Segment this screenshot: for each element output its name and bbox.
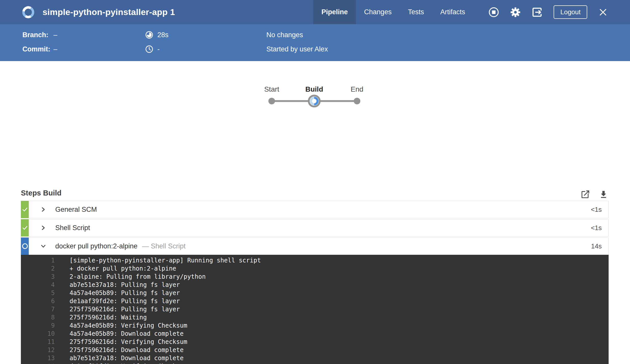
duration-info: 28s [145, 30, 169, 39]
console-line-number[interactable]: 14 [21, 362, 55, 364]
console-log: 1[simple-python-pyinstaller-app] Running… [21, 255, 609, 364]
console-line-number[interactable]: 5 [21, 289, 55, 297]
step-duration: <1s [591, 224, 608, 232]
commit-value: – [53, 45, 57, 53]
console-line-text: + docker pull python:2-alpine [70, 264, 176, 273]
console-line: 11275f7596216d: Verifying Checksum [21, 338, 609, 346]
console-line: 6de1aaf39fd2e: Pulling fs layer [21, 297, 609, 305]
graph-node-build-running[interactable] [309, 96, 320, 107]
run-details-bar: Branch: – Commit: – 28s - No changes Sta… [0, 24, 630, 61]
console-line: 4ab7e51e37a18: Pulling fs layer [21, 281, 609, 289]
running-spinner-icon [21, 242, 29, 250]
top-header: simple-python-pyinstaller-app 1 Pipeline… [0, 0, 630, 24]
tab-pipeline[interactable]: Pipeline [313, 0, 356, 24]
step-expand-toggle[interactable] [40, 225, 46, 231]
step-duration: 14s [591, 242, 608, 250]
clock-icon [145, 45, 153, 53]
console-line-text: 2-alpine: Pulling from library/python [70, 273, 206, 281]
console-line: 13ab7e51e37a18: Download complete [21, 354, 609, 362]
step-status-strip [21, 201, 29, 218]
header-tabs: PipelineChangesTestsArtifacts [313, 0, 473, 24]
console-line-number[interactable]: 11 [21, 338, 55, 346]
console-line-number[interactable]: 8 [21, 313, 55, 321]
tab-artifacts[interactable]: Artifacts [432, 0, 473, 24]
tab-changes[interactable]: Changes [356, 0, 400, 24]
step-status-strip [21, 219, 29, 236]
console-line-number[interactable]: 3 [21, 273, 55, 281]
console-line: 32-alpine: Pulling from library/python [21, 273, 609, 281]
commit-info: Commit: – [22, 45, 57, 54]
console-line-text: de1aaf39fd2e: Pulling fs layer [70, 297, 180, 305]
graph-label-end: End [351, 85, 363, 93]
console-line: 94a57a4e05b89: Verifying Checksum [21, 321, 609, 330]
console-line-number[interactable]: 13 [21, 354, 55, 362]
duration-value: 28s [157, 31, 169, 39]
console-line-text: 275f7596216d: Waiting [70, 313, 147, 321]
console-line-text: 4a57a4e05b89: Download complete [70, 330, 184, 338]
success-check-icon [21, 224, 29, 232]
console-line: 1[simple-python-pyinstaller-app] Running… [21, 256, 609, 264]
console-line: 14de1aaf39fd2e: Verifying Checksum [21, 362, 609, 364]
console-line-text: 4a57a4e05b89: Verifying Checksum [70, 321, 187, 330]
console-line-number[interactable]: 1 [21, 256, 55, 264]
console-line-number[interactable]: 7 [21, 305, 55, 313]
console-line-text: ab7e51e37a18: Download complete [70, 354, 184, 362]
open-log-external-icon[interactable] [581, 189, 590, 199]
branch-label: Branch: [22, 31, 53, 39]
console-line-text: [simple-python-pyinstaller-app] Running … [70, 256, 261, 264]
console-line-number[interactable]: 9 [21, 321, 55, 330]
console-line-text: de1aaf39fd2e: Verifying Checksum [70, 362, 187, 364]
console-line-text: 275f7596216d: Pulling fs layer [70, 305, 180, 313]
logout-button[interactable]: Logout [554, 5, 587, 19]
page-title: simple-python-pyinstaller-app 1 [43, 7, 175, 17]
step-row[interactable]: docker pull python:2-alpine— Shell Scrip… [21, 237, 609, 255]
console-line: 104a57a4e05b89: Download complete [21, 330, 609, 338]
chevron-right-icon [40, 207, 46, 212]
console-line-number[interactable]: 2 [21, 264, 55, 273]
console-line: 54a57a4e05b89: Pulling fs layer [21, 289, 609, 297]
branch-value: – [53, 31, 57, 39]
step-row[interactable]: Shell Script<1s [21, 219, 609, 236]
start-time-value: - [157, 45, 160, 53]
console-line-number[interactable]: 12 [21, 346, 55, 354]
header-actions: Logout [488, 5, 608, 19]
steps-rows: General SCM<1sShell Script<1sdocker pull… [21, 201, 609, 255]
console-line-text: ab7e51e37a18: Pulling fs layer [70, 281, 180, 289]
pipeline-graph: Start Build End [259, 81, 371, 112]
tab-tests[interactable]: Tests [400, 0, 432, 24]
console-line: 2+ docker pull python:2-alpine [21, 264, 609, 273]
console-line-text: 4a57a4e05b89: Pulling fs layer [70, 289, 180, 297]
step-duration: <1s [591, 206, 608, 214]
settings-gear-icon[interactable] [510, 7, 521, 17]
commit-label: Commit: [22, 45, 53, 53]
chevron-down-icon [40, 243, 46, 249]
step-label: docker pull python:2-alpine [55, 242, 138, 250]
console-line-text: 275f7596216d: Download complete [70, 346, 184, 354]
step-expand-toggle[interactable] [40, 207, 46, 212]
chevron-right-icon [40, 225, 46, 231]
console-line-number[interactable]: 6 [21, 297, 55, 305]
graph-label-build: Build [305, 85, 323, 93]
steps-section: Steps Build General SCM<1sShell Script<1… [21, 189, 609, 364]
console-line-number[interactable]: 10 [21, 330, 55, 338]
step-sublabel: — Shell Script [142, 242, 186, 250]
step-label: Shell Script [55, 224, 90, 232]
console-line: 7275f7596216d: Pulling fs layer [21, 305, 609, 313]
console-line-text: 275f7596216d: Verifying Checksum [70, 338, 187, 346]
close-icon[interactable] [598, 8, 608, 17]
step-expand-toggle[interactable] [40, 243, 46, 249]
steps-heading: Steps Build [21, 189, 609, 197]
graph-node-start [268, 98, 275, 104]
step-label: General SCM [55, 206, 97, 214]
graph-label-start: Start [264, 85, 279, 93]
changes-text: No changes [266, 30, 303, 39]
step-row[interactable]: General SCM<1s [21, 201, 609, 218]
exit-to-classic-icon[interactable] [532, 7, 542, 18]
download-log-icon[interactable] [599, 190, 608, 199]
steps-actions [581, 189, 608, 199]
console-line-number[interactable]: 4 [21, 281, 55, 289]
graph-node-end [354, 98, 360, 104]
start-time-info: - [145, 45, 160, 54]
console-line: 12275f7596216d: Download complete [21, 346, 609, 354]
stop-run-icon[interactable] [488, 7, 499, 18]
